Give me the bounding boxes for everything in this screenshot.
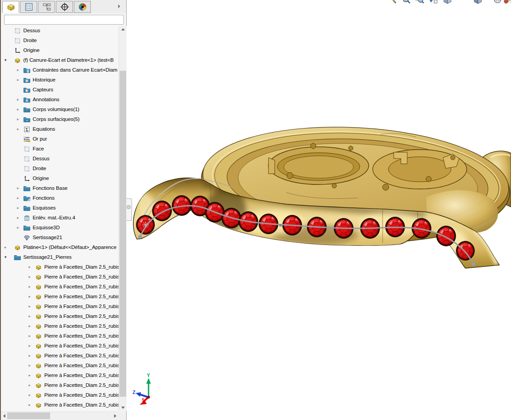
- propertymanager-tab[interactable]: [20, 1, 37, 13]
- tree-item[interactable]: ▸Pierre à Facettes_Diam 2.5_rubis<26:: [1, 351, 119, 361]
- tree-item[interactable]: ▸Pierre à Facettes_Diam 2.5_rubis<18:: [1, 272, 119, 282]
- expand-arrow-icon[interactable]: ▸: [17, 116, 19, 122]
- tree-item-label: Dessus: [33, 156, 50, 161]
- tree-item[interactable]: Capteurs: [1, 85, 119, 95]
- expand-arrow-icon[interactable]: ▸: [17, 185, 19, 191]
- tree-item[interactable]: ▸Pierre à Facettes_Diam 2.5_rubis<31:: [1, 400, 119, 410]
- expand-arrow-icon[interactable]: ▸: [17, 77, 19, 82]
- tree-item[interactable]: ▸Pierre à Facettes_Diam 2.5_rubis<29:: [1, 381, 119, 390]
- tree-item[interactable]: ▾(f) Carrure-Ecart et Diametre<1> (test<…: [1, 56, 119, 65]
- expand-arrow-icon[interactable]: ▸: [29, 363, 31, 368]
- panel-expand-chevron[interactable]: ›: [118, 2, 120, 9]
- collapse-arrow-icon[interactable]: ▾: [4, 57, 7, 63]
- panel-tab-bar: ›: [1, 0, 126, 13]
- expand-arrow-icon[interactable]: ▸: [29, 313, 31, 319]
- expand-arrow-icon[interactable]: ▸: [29, 284, 31, 289]
- expand-arrow-icon[interactable]: ▸: [29, 333, 31, 339]
- part-icon: [35, 293, 42, 300]
- expand-arrow-icon[interactable]: ▸: [17, 195, 19, 201]
- tree-item[interactable]: ▸Pierre à Facettes_Diam 2.5_rubis<24:: [1, 331, 119, 341]
- expand-arrow-icon[interactable]: ▸: [29, 264, 31, 270]
- dimxpertmanager-tab[interactable]: [56, 1, 73, 13]
- tree-horizontal-scrollbar[interactable]: [1, 411, 119, 420]
- tree-item-label: Corps surfaciques(5): [33, 116, 80, 122]
- panel-splitter-handle[interactable]: [127, 198, 132, 221]
- tree-item[interactable]: ▸Contraintes dans Carrure Ecart+Diam: [1, 65, 119, 75]
- tree-item-label: Equations: [33, 126, 55, 132]
- material-icon: [23, 136, 30, 143]
- tree-item[interactable]: ▸Pierre à Facettes_Diam 2.5_rubis<17:: [1, 262, 119, 272]
- tree-item[interactable]: ▸Historique: [1, 75, 119, 85]
- tree-filter-input[interactable]: [4, 15, 123, 24]
- tree-item[interactable]: ▸Platine<1> (Défaut<<Défaut>_Apparence: [1, 243, 119, 253]
- expand-arrow-icon[interactable]: ▸: [29, 274, 31, 279]
- expand-arrow-icon[interactable]: ▸: [29, 353, 31, 358]
- tree-item[interactable]: Origine: [1, 174, 119, 184]
- expand-arrow-icon[interactable]: ▸: [17, 97, 19, 102]
- tree-item[interactable]: ▸Corps surfaciques(5): [1, 115, 119, 124]
- tree-item[interactable]: ▸Pierre à Facettes_Diam 2.5_rubis<27:: [1, 361, 119, 371]
- expand-arrow-icon[interactable]: ▸: [29, 343, 31, 348]
- expand-arrow-icon[interactable]: ▸: [29, 402, 31, 407]
- tree-item[interactable]: Origine: [1, 46, 119, 56]
- featuremanager-tab[interactable]: [2, 1, 19, 13]
- expand-arrow-icon[interactable]: ▸: [17, 107, 19, 112]
- expand-arrow-icon[interactable]: ▸: [17, 126, 19, 132]
- tree-item[interactable]: ▸Esquisses: [1, 203, 119, 213]
- expand-arrow-icon[interactable]: ▸: [4, 244, 7, 250]
- expand-arrow-icon[interactable]: ▸: [17, 205, 19, 210]
- tree-item[interactable]: ▸Pierre à Facettes_Diam 2.5_rubis<19:: [1, 282, 119, 292]
- vertical-scroll-thumb[interactable]: [119, 71, 126, 397]
- scroll-left-button[interactable]: [1, 412, 8, 419]
- tree-item[interactable]: Droite: [1, 36, 119, 46]
- tree-item-label: Pierre à Facettes_Diam 2.5_rubis<30:: [44, 392, 119, 398]
- tree-item[interactable]: ▸Annotations: [1, 95, 119, 105]
- expand-arrow-icon[interactable]: ▸: [29, 373, 31, 378]
- tree-item[interactable]: ▸Pierre à Facettes_Diam 2.5_rubis<30:: [1, 390, 119, 400]
- watch-case-model[interactable]: [127, 0, 511, 420]
- collapse-arrow-icon[interactable]: ▾: [4, 254, 7, 260]
- tree-item[interactable]: ▸Fonctions Base: [1, 184, 119, 193]
- tree-item[interactable]: ▸Enlèv. mat.-Extru.4: [1, 213, 119, 223]
- tree-vertical-scrollbar[interactable]: [119, 26, 127, 411]
- expand-arrow-icon[interactable]: ▸: [17, 67, 19, 73]
- displaymanager-tab[interactable]: [74, 1, 91, 13]
- scroll-up-button[interactable]: [119, 26, 126, 33]
- tree-item-label: Pierre à Facettes_Diam 2.5_rubis<20:: [44, 294, 119, 299]
- expand-arrow-icon[interactable]: ▸: [17, 215, 19, 220]
- folder-plain-icon: [14, 254, 21, 261]
- expand-arrow-icon[interactable]: ▸: [29, 392, 31, 398]
- tree-item[interactable]: Dessus: [1, 26, 119, 36]
- graphics-viewport[interactable]: Y Z x: [127, 0, 511, 420]
- expand-arrow-icon[interactable]: ▸: [17, 225, 19, 230]
- tree-item[interactable]: Face: [1, 144, 119, 154]
- tree-item[interactable]: ▸Equations: [1, 124, 119, 134]
- tree-item[interactable]: ▸Pierre à Facettes_Diam 2.5_rubis<20:: [1, 292, 119, 302]
- tree-item[interactable]: ▸Esquisse3D: [1, 223, 119, 233]
- expand-arrow-icon[interactable]: ▸: [29, 323, 31, 329]
- tree-item[interactable]: Or pur: [1, 134, 119, 144]
- tree-item[interactable]: [1, 410, 119, 411]
- horizontal-scroll-thumb[interactable]: [7, 412, 50, 419]
- tree-item[interactable]: ▸Corps volumiques(1): [1, 105, 119, 115]
- tree-item[interactable]: ▾Sertissage21_Pierres: [1, 253, 119, 262]
- scroll-down-button[interactable]: [119, 404, 126, 411]
- expand-arrow-icon[interactable]: ▸: [29, 304, 31, 309]
- configurationmanager-tab[interactable]: [38, 1, 55, 13]
- folder-annot-icon: [23, 96, 30, 103]
- tree-item[interactable]: ▸Pierre à Facettes_Diam 2.5_rubis<22:: [1, 312, 119, 321]
- scrollbar-corner: [117, 412, 126, 420]
- part-icon: [35, 372, 42, 379]
- tree-item[interactable]: Droite: [1, 164, 119, 174]
- tree-item[interactable]: ▸Fonctions: [1, 193, 119, 203]
- tree-item[interactable]: ▸Pierre à Facettes_Diam 2.5_rubis<23:: [1, 321, 119, 331]
- tree-item[interactable]: ▸Pierre à Facettes_Diam 2.5_rubis<21:: [1, 302, 119, 312]
- part-icon: [14, 57, 21, 64]
- tree-item[interactable]: Sertissage21: [1, 233, 119, 243]
- expand-arrow-icon[interactable]: ▸: [29, 382, 31, 388]
- tree-item[interactable]: ▸Pierre à Facettes_Diam 2.5_rubis<28:: [1, 371, 119, 381]
- tree-item[interactable]: ▸Pierre à Facettes_Diam 2.5_rubis<25:: [1, 341, 119, 351]
- expand-arrow-icon[interactable]: ▸: [29, 294, 31, 299]
- tree-item[interactable]: Dessus: [1, 154, 119, 164]
- part-icon: [35, 264, 42, 271]
